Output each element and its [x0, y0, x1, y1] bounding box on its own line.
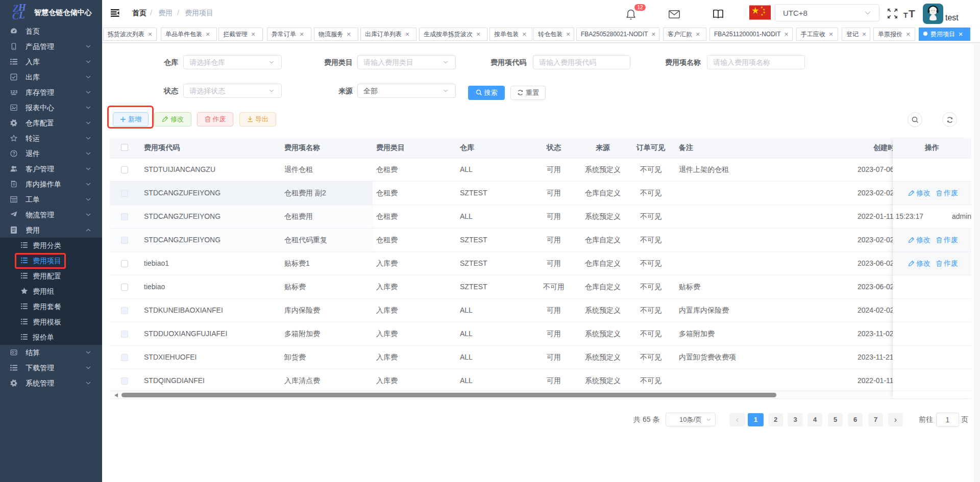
svg-text:123: 123 — [10, 89, 17, 94]
